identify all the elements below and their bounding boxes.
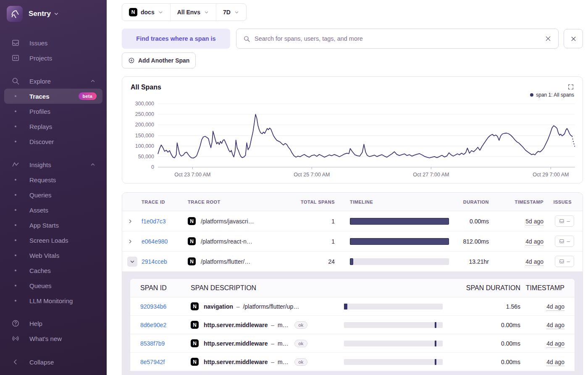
sidebar-item-profiles[interactable]: •Profiles [4,104,102,119]
expand-row-button[interactable] [127,239,142,244]
svg-text:Oct 29 7:00 AM: Oct 29 7:00 AM [533,172,569,178]
help-icon [11,319,20,328]
all-spans-chart-panel: All Spans span 1: All spans 300,000250,0… [122,76,583,184]
sidebar-item-label: Traces [29,93,50,100]
col-span-timestamp: TIMESTAMP [520,284,564,292]
sidebar-item-screen-loads[interactable]: •Screen Loads [4,233,102,248]
trace-issues-button[interactable]: – [555,256,574,267]
col-duration: DURATION [449,199,489,205]
sentry-logo-icon [7,6,23,22]
trace-id-link[interactable]: 2914cceb [142,258,188,265]
sidebar-item-queries[interactable]: •Queries [4,187,102,202]
trace-table-panel: TRACE ID TRACE ROOT TOTAL SPANS TIMELINE… [122,192,583,375]
project-selector[interactable]: N docs [122,4,170,21]
span-status-badge: ok [294,321,308,329]
sidebar-item-web-vitals[interactable]: •Web Vitals [4,248,102,263]
chevron-right-icon [127,218,133,224]
bullet-icon: • [11,93,20,100]
sidebar-item-llm-monitoring[interactable]: •LLM Monitoring [4,293,102,308]
issues-icon [11,39,20,47]
span-timeline [344,304,443,309]
sidebar-item-projects[interactable]: Projects [4,50,102,66]
plus-circle-icon [128,57,135,64]
environment-selector[interactable]: All Envs [170,4,216,21]
sidebar-item-assets[interactable]: •Assets [4,202,102,218]
span-id-link[interactable]: 8d6e90e2 [140,322,191,328]
span-id-link[interactable]: 8538f7b9 [140,340,191,347]
trace-id-link[interactable]: e064e980 [142,238,188,245]
trace-root-text: /platforms/javascri… [201,218,254,225]
sidebar-collapse-button[interactable]: Collapse [4,354,102,370]
span-table-row: 920934b6Nnavigation – /platforms/flutter… [130,297,575,316]
span-timestamp: 4d ago [546,303,564,310]
sidebar-item-issues[interactable]: Issues [4,35,102,50]
all-spans-line-chart[interactable]: 300,000250,000200,000150,000100,00050,00… [131,100,574,180]
inbox-icon [559,259,564,264]
total-spans-value: 24 [291,258,335,265]
expand-chart-button[interactable] [567,84,574,92]
span-id-link[interactable]: 920934b6 [140,303,191,310]
sentry-traces-page: { "sidebar": { "brand": "Sentry", "items… [0,0,588,375]
nextjs-icon: N [191,358,199,366]
bullet-icon: • [11,267,20,274]
trace-timeline [350,238,449,245]
issues-count: – [567,218,570,224]
sidebar-item-what-s-new[interactable]: What's new [4,331,102,346]
span-description-text: http.server.middleware – m… [204,340,289,347]
span-duration: 0.00ms [443,322,520,328]
brand-title: Sentry [29,10,51,18]
chevron-down-icon [158,10,163,15]
brand[interactable]: Sentry [7,6,59,22]
projects-icon [11,54,20,62]
svg-text:300,000: 300,000 [135,101,154,107]
beta-badge: beta [79,92,97,100]
sidebar: Sentry IssuesProjectsExplore•Tracesbeta•… [0,0,107,375]
inbox-icon [559,239,564,244]
trace-issues-button[interactable]: – [555,215,574,227]
span-status-badge: ok [294,340,308,347]
sidebar-item-explore[interactable]: Explore [4,73,102,89]
span-search-input[interactable] [255,35,541,42]
sidebar-item-discover[interactable]: •Discover [4,134,102,149]
sidebar-item-requests[interactable]: •Requests [4,172,102,187]
col-span-id: SPAN ID [140,284,191,292]
clear-search-icon[interactable] [545,35,551,42]
add-another-span-button[interactable]: Add Another Span [122,52,196,68]
nextjs-icon: N [191,302,199,310]
broadcast-icon [11,334,20,343]
span-description-text: http.server.middleware – m… [204,322,289,328]
main-content: N docs All Envs 7D Find traces where a s… [107,0,588,375]
col-issues: ISSUES [543,199,578,205]
svg-text:150,000: 150,000 [135,133,154,139]
span-timestamp: 4d ago [546,359,564,365]
span-table-header: SPAN IDSPAN DESCRIPTIONSPAN DURATIONTIME… [130,279,575,297]
trace-duration: 812.00ms [449,238,489,245]
span-search-box[interactable] [236,29,559,49]
sidebar-item-insights[interactable]: Insights [4,157,102,172]
bullet-icon: • [11,123,20,130]
collapse-row-button[interactable] [127,257,137,267]
expand-row-button[interactable] [127,218,142,224]
trace-timeline [350,218,449,225]
bullet-icon: • [11,237,20,244]
sidebar-item-app-starts[interactable]: •App Starts [4,218,102,233]
sidebar-item-replays[interactable]: •Replays [4,119,102,134]
span-timeline [344,359,443,365]
issues-count: – [567,238,570,244]
sidebar-item-caches[interactable]: •Caches [4,263,102,278]
span-id-link[interactable]: 8e57942f [140,359,191,365]
sidebar-item-traces[interactable]: •Tracesbeta [4,89,102,104]
remove-span-filter-button[interactable] [564,29,583,48]
sidebar-item-label: App Starts [29,222,59,229]
fullscreen-icon [567,84,574,90]
trace-id-link[interactable]: f1e0d7c3 [142,218,188,225]
trace-issues-button[interactable]: – [555,236,574,247]
sidebar-item-label: Insights [29,161,51,168]
svg-text:50,000: 50,000 [138,154,154,160]
date-range-selector[interactable]: 7D [216,4,246,21]
legend-label: span 1: All spans [536,92,574,98]
sidebar-item-label: Queries [29,191,52,199]
bullet-icon: • [11,108,20,115]
sidebar-item-help[interactable]: Help [4,316,102,331]
sidebar-item-queues[interactable]: •Queues [4,278,102,293]
